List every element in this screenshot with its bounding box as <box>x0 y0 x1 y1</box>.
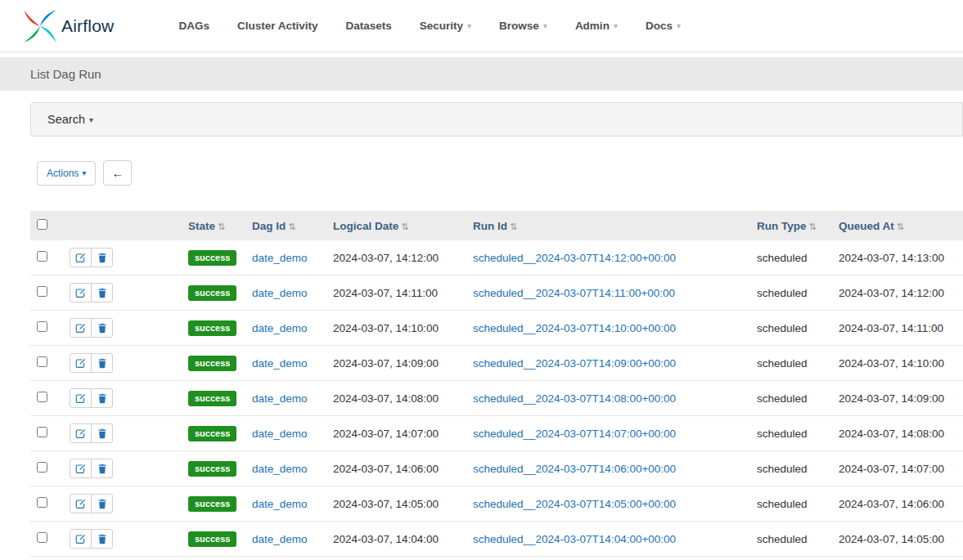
nav-item-dags[interactable]: DAGs <box>164 11 223 40</box>
run-type-cell: scheduled <box>750 381 832 416</box>
nav-label: Datasets <box>345 20 391 32</box>
edit-record-button[interactable] <box>70 388 92 408</box>
edit-record-button[interactable] <box>70 423 92 443</box>
run-id-link[interactable]: scheduled__2024-03-07T14:09:00+00:00 <box>473 357 676 370</box>
column-header-state[interactable]: State⇅ <box>182 211 245 240</box>
sort-icon[interactable]: ⇅ <box>897 222 904 231</box>
row-checkbox[interactable] <box>37 532 47 543</box>
run-id-cell: scheduled__2024-03-07T14:10:00+00:00 <box>466 311 750 346</box>
delete-record-button[interactable] <box>91 248 113 267</box>
row-select-cell <box>30 240 63 276</box>
row-checkbox[interactable] <box>37 497 47 508</box>
dag-id-link[interactable]: date_demo <box>252 287 308 299</box>
queued-at-cell: 2024-03-07, 14:05:00 <box>832 522 963 557</box>
sort-icon[interactable]: ⇅ <box>510 222 517 231</box>
run-type-cell: scheduled <box>750 557 832 560</box>
row-checkbox[interactable] <box>37 462 47 473</box>
nav-item-admin[interactable]: Admin▾ <box>561 11 632 40</box>
table-row: success date_demo 2024-03-07, 14:04:00 s… <box>30 522 963 557</box>
state-badge: success <box>188 496 236 512</box>
dag-id-link[interactable]: date_demo <box>252 428 308 440</box>
select-all-checkbox[interactable] <box>37 219 47 230</box>
row-select-cell <box>30 557 63 560</box>
run-id-link[interactable]: scheduled__2024-03-07T14:07:00+00:00 <box>473 428 676 440</box>
delete-record-button[interactable] <box>91 353 113 373</box>
run-id-link[interactable]: scheduled__2024-03-07T14:10:00+00:00 <box>473 322 676 334</box>
search-panel-toggle[interactable]: Search ▾ <box>30 102 963 137</box>
nav-item-browse[interactable]: Browse▾ <box>485 11 561 40</box>
run-id-link[interactable]: scheduled__2024-03-07T14:06:00+00:00 <box>473 463 676 475</box>
dag-id-link[interactable]: date_demo <box>252 252 308 264</box>
dag-id-link[interactable]: date_demo <box>252 533 308 545</box>
trash-icon <box>97 288 107 298</box>
row-actions-cell <box>63 240 182 276</box>
delete-record-button[interactable] <box>91 459 113 478</box>
queued-at-cell: 2024-03-07, 14:04:00 <box>832 557 963 560</box>
dag-id-link[interactable]: date_demo <box>252 357 308 370</box>
nav-item-security[interactable]: Security▾ <box>406 11 485 40</box>
row-checkbox[interactable] <box>37 356 47 367</box>
state-cell: success <box>182 522 245 557</box>
dag-id-link[interactable]: date_demo <box>252 392 308 405</box>
delete-record-button[interactable] <box>91 423 113 443</box>
sort-icon[interactable]: ⇅ <box>401 222 408 231</box>
column-header-run-id[interactable]: Run Id⇅ <box>466 211 750 240</box>
column-header-queued-at[interactable]: Queued At⇅ <box>832 211 963 240</box>
run-id-link[interactable]: scheduled__2024-03-07T14:04:00+00:00 <box>473 533 676 545</box>
edit-record-button[interactable] <box>70 248 92 267</box>
nav-item-datasets[interactable]: Datasets <box>331 11 405 40</box>
row-select-cell <box>30 346 63 381</box>
row-actions-cell <box>63 346 182 381</box>
trash-icon <box>97 358 107 369</box>
delete-record-button[interactable] <box>91 283 113 302</box>
column-label: Dag Id <box>252 220 286 232</box>
chevron-down-icon: ▾ <box>677 21 681 30</box>
row-checkbox[interactable] <box>37 427 47 437</box>
column-label: Run Type <box>757 220 807 232</box>
sort-icon[interactable]: ⇅ <box>809 222 817 231</box>
edit-icon <box>75 358 86 369</box>
state-cell: success <box>182 381 245 416</box>
airflow-brand[interactable]: Airflow <box>23 9 114 43</box>
run-id-link[interactable]: scheduled__2024-03-07T14:05:00+00:00 <box>473 498 676 510</box>
nav-item-cluster-activity[interactable]: Cluster Activity <box>223 11 332 40</box>
column-header-dag-id[interactable]: Dag Id⇅ <box>245 211 326 240</box>
row-checkbox[interactable] <box>37 392 47 402</box>
dag-run-table: State⇅ Dag Id⇅ Logical Date⇅ Run Id⇅ Run… <box>30 211 963 560</box>
run-id-link[interactable]: scheduled__2024-03-07T14:08:00+00:00 <box>473 392 676 405</box>
edit-record-button[interactable] <box>70 459 92 478</box>
edit-record-button[interactable] <box>70 494 92 513</box>
dag-id-cell: date_demo <box>245 557 326 560</box>
dag-id-cell: date_demo <box>245 381 326 416</box>
trash-icon <box>97 253 107 263</box>
sort-icon[interactable]: ⇅ <box>218 222 225 231</box>
edit-record-button[interactable] <box>70 318 92 338</box>
edit-record-button[interactable] <box>70 529 92 549</box>
table-row: success date_demo 2024-03-07, 14:10:00 s… <box>30 311 963 346</box>
search-label: Search <box>47 113 85 126</box>
table-row: success date_demo 2024-03-07, 14:07:00 s… <box>30 416 963 451</box>
state-badge: success <box>188 461 236 477</box>
dag-id-link[interactable]: date_demo <box>252 322 308 334</box>
nav-item-docs[interactable]: Docs▾ <box>632 11 695 40</box>
page-title: List Dag Run <box>30 67 101 81</box>
edit-record-button[interactable] <box>70 353 92 373</box>
row-checkbox[interactable] <box>37 286 47 297</box>
actions-dropdown-button[interactable]: Actions ▾ <box>37 161 96 186</box>
dag-id-link[interactable]: date_demo <box>252 463 308 475</box>
column-header-logical-date[interactable]: Logical Date⇅ <box>326 211 466 240</box>
delete-record-button[interactable] <box>91 494 113 513</box>
dag-id-link[interactable]: date_demo <box>252 498 308 510</box>
delete-record-button[interactable] <box>91 318 113 338</box>
run-id-link[interactable]: scheduled__2024-03-07T14:12:00+00:00 <box>473 252 676 264</box>
row-checkbox[interactable] <box>37 321 47 332</box>
sort-icon[interactable]: ⇅ <box>288 222 295 231</box>
delete-record-button[interactable] <box>91 388 113 408</box>
column-header-run-type[interactable]: Run Type⇅ <box>750 211 832 240</box>
run-id-cell: scheduled__2024-03-07T14:04:00+00:00 <box>466 522 750 557</box>
delete-record-button[interactable] <box>91 529 113 549</box>
row-checkbox[interactable] <box>37 251 47 262</box>
run-id-link[interactable]: scheduled__2024-03-07T14:11:00+00:00 <box>473 287 675 299</box>
back-button[interactable]: ← <box>103 160 132 186</box>
edit-record-button[interactable] <box>70 283 92 302</box>
